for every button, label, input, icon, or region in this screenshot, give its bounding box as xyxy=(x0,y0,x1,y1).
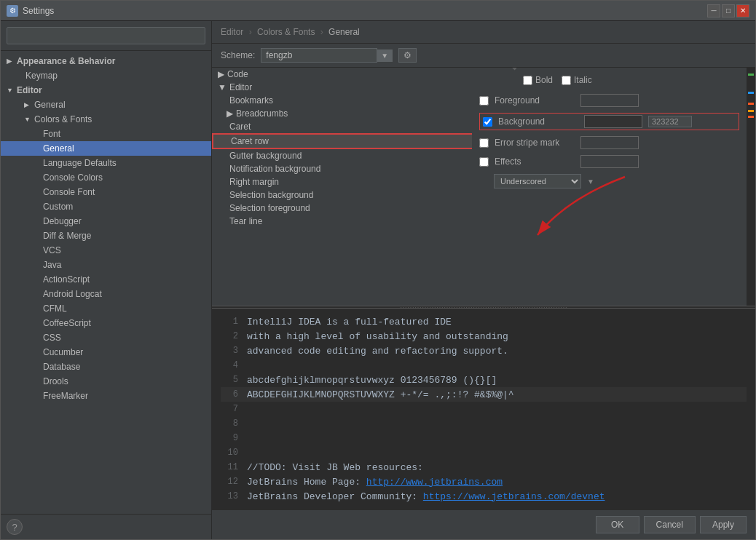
color-tree-item-caret-row[interactable]: Caret row xyxy=(212,133,472,149)
minimize-button[interactable]: ─ xyxy=(707,4,720,17)
sidebar-item-custom[interactable]: Custom xyxy=(1,199,211,214)
maximize-button[interactable]: □ xyxy=(722,4,735,17)
underscored-select[interactable]: Underscored Underwaved Bordered Bold lin… xyxy=(494,174,581,188)
search-overlay-icon xyxy=(485,68,520,76)
color-tree-item-tear-line[interactable]: Tear line xyxy=(212,215,472,228)
color-tree-item-code[interactable]: ▶ Code xyxy=(212,68,472,81)
italic-label: Italic xyxy=(574,75,592,85)
sidebar-item-cfml[interactable]: CFML xyxy=(1,301,211,316)
color-tree-item-editor[interactable]: ▼ Editor xyxy=(212,81,472,94)
error-stripe-row: Error stripe mark xyxy=(479,136,739,149)
apply-button[interactable]: Apply xyxy=(700,516,747,533)
sidebar-item-appearance[interactable]: ▶ Appearance & Behavior xyxy=(1,54,211,68)
sidebar-item-label: Debugger xyxy=(43,216,82,226)
foreground-label: Foreground xyxy=(495,95,575,106)
breadcrumb-sep1: › xyxy=(249,27,254,37)
sidebar-item-general-selected[interactable]: General xyxy=(1,141,211,156)
sidebar-item-drools[interactable]: Drools xyxy=(1,374,211,389)
sidebar-item-keymap[interactable]: Keymap xyxy=(1,68,211,83)
scheme-gear-button[interactable]: ⚙ xyxy=(398,48,417,63)
sidebar-item-vcs[interactable]: VCS xyxy=(1,243,211,258)
sidebar-item-editor[interactable]: ▼ Editor xyxy=(1,83,211,98)
color-tree-label: Caret xyxy=(229,122,251,132)
foreground-swatch[interactable] xyxy=(580,94,639,107)
sidebar-item-freemarker[interactable]: FreeMarker xyxy=(1,389,211,403)
help-button[interactable]: ? xyxy=(7,519,23,535)
scheme-dropdown-arrow[interactable]: ▼ xyxy=(377,49,393,62)
sidebar-item-label: Cucumber xyxy=(43,347,83,357)
sidebar-item-font[interactable]: Font xyxy=(1,127,211,141)
preview-text: IntelliJ IDEA is a full-featured IDE xyxy=(247,317,452,327)
sidebar-item-database[interactable]: Database xyxy=(1,360,211,374)
sidebar-item-console-font[interactable]: Console Font xyxy=(1,185,211,199)
sidebar-item-label: Language Defaults xyxy=(43,158,117,168)
search-input[interactable] xyxy=(7,27,205,44)
sidebar-item-cucumber[interactable]: Cucumber xyxy=(1,345,211,360)
svg-line-1 xyxy=(507,68,516,69)
preview-line-6-caret: 6 ABCDEFGHIJKLMNOPQRSTUVWXYZ +-*/= .,;:!… xyxy=(221,387,747,402)
sidebar-item-label: Android Logcat xyxy=(43,289,102,299)
sidebar-item-colors-fonts[interactable]: ▼ Colors & Fonts xyxy=(1,112,211,127)
sidebar-item-label: VCS xyxy=(43,245,61,255)
color-tree-item-notif-bg[interactable]: Notification background xyxy=(212,162,472,175)
foreground-checkbox[interactable] xyxy=(479,96,489,106)
sidebar-item-lang-defaults[interactable]: Language Defaults xyxy=(1,156,211,170)
color-tree-item-bookmarks[interactable]: Bookmarks xyxy=(212,94,472,107)
sidebar-item-label: General xyxy=(43,143,74,154)
color-tree-item-breadcrumbs[interactable]: ▶ Breadcrumbs xyxy=(212,107,472,120)
preview-text: //TODO: Visit JB Web resources: xyxy=(247,462,423,473)
color-tree-scroll-container: ▶ Code ▼ Editor Bookmarks xyxy=(212,68,472,306)
background-value: 323232 xyxy=(648,116,692,127)
sidebar-item-actionscript[interactable]: ActionScript xyxy=(1,272,211,287)
close-button[interactable]: ✕ xyxy=(736,4,749,17)
main-content: ▶ Appearance & Behavior Keymap ▼ Editor … xyxy=(1,21,755,539)
sidebar-item-diff-merge[interactable]: Diff & Merge xyxy=(1,229,211,243)
sidebar-item-coffeescript[interactable]: CoffeeScript xyxy=(1,316,211,330)
cancel-button[interactable]: Cancel xyxy=(644,516,696,533)
sidebar-item-console-colors[interactable]: Console Colors xyxy=(1,170,211,185)
color-tree-item-gutter-bg[interactable]: Gutter background xyxy=(212,149,472,162)
error-stripe-swatch[interactable] xyxy=(580,136,639,149)
sidebar-item-label: Drools xyxy=(43,376,68,386)
color-tree-item-caret[interactable]: Caret xyxy=(212,120,472,133)
line-number: 1 xyxy=(224,317,238,327)
sidebar-item-label: Database xyxy=(43,362,80,372)
italic-checkbox[interactable] xyxy=(562,76,571,85)
preview-line-7: 7 xyxy=(221,402,747,416)
background-checkbox[interactable] xyxy=(483,117,492,127)
color-tree-label: Editor xyxy=(229,82,252,92)
sidebar-item-debugger[interactable]: Debugger xyxy=(1,214,211,229)
preview-line-4: 4 xyxy=(221,358,747,373)
color-tree-item-sel-bg[interactable]: Selection background xyxy=(212,188,472,202)
ok-button[interactable]: OK xyxy=(596,516,639,533)
color-tree-item-sel-fg[interactable]: Selection foreground xyxy=(212,202,472,215)
preview-line-8: 8 xyxy=(221,416,747,431)
sidebar-item-android-logcat[interactable]: Android Logcat xyxy=(1,287,211,301)
color-items-tree: ▶ Code ▼ Editor Bookmarks xyxy=(212,68,472,306)
underscored-arrow: ▼ xyxy=(587,178,594,186)
background-row: Background 323232 xyxy=(479,113,739,130)
color-tree-label: Code xyxy=(227,69,248,79)
indicator-red1 xyxy=(748,103,754,105)
error-stripe-checkbox[interactable] xyxy=(479,138,489,148)
settings-window: ⚙ Settings ─ □ ✕ ▶ Appearance & Behavior xyxy=(0,0,756,540)
preview-link2: https://www.jetbrains.com/devnet xyxy=(423,491,605,502)
sidebar-item-general[interactable]: ▶ General xyxy=(1,98,211,112)
effects-checkbox[interactable] xyxy=(479,157,489,167)
color-tree-label: Caret row xyxy=(231,136,269,146)
preview-section: ⋯⋯⋯⋯⋯⋯⋯⋯⋯⋯⋯⋯⋯⋯⋯⋯⋯⋯⋯⋯⋯⋯⋯ 1 IntelliJ IDEA … xyxy=(212,306,755,509)
line-number: 7 xyxy=(224,404,238,414)
right-panel: Editor › Colors & Fonts › General Scheme… xyxy=(212,21,755,539)
sidebar-item-css[interactable]: CSS xyxy=(1,330,211,345)
font-options: Bold Italic xyxy=(523,75,739,85)
scheme-select[interactable]: fengzb Default Darcula xyxy=(261,48,377,63)
background-color-swatch[interactable] xyxy=(584,115,642,128)
preview-line-1: 1 IntelliJ IDEA is a full-featured IDE xyxy=(221,314,747,329)
expand-arrow: ▼ xyxy=(7,87,14,94)
bold-checkbox[interactable] xyxy=(523,76,532,85)
sidebar-item-java[interactable]: Java xyxy=(1,258,211,272)
preview-line-10: 10 xyxy=(221,445,747,460)
effects-swatch[interactable] xyxy=(580,155,639,168)
color-tree-label: Gutter background xyxy=(229,151,302,161)
color-tree-item-right-margin[interactable]: Right margin xyxy=(212,175,472,188)
